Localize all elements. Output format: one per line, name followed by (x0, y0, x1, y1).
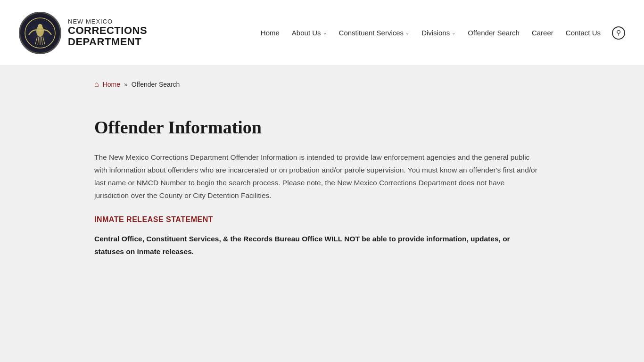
inmate-release-heading: INMATE RELEASE STATEMENT (94, 215, 550, 224)
logo-line1: NEW MEXICO (68, 18, 147, 25)
logo-line3: DEPARTMENT (68, 36, 147, 48)
nav-item-contact[interactable]: Contact Us (561, 25, 605, 41)
main-nav: Home About Us ⌄ Constituent Services ⌄ D… (256, 25, 625, 41)
nav-item-home[interactable]: Home (256, 25, 284, 41)
breadcrumb: ⌂ Home » Offender Search (94, 80, 550, 89)
nav-item-constituent[interactable]: Constituent Services ⌄ (334, 25, 414, 41)
search-icon: ⚲ (616, 29, 621, 37)
nav-offender-label: Offender Search (468, 29, 520, 37)
inmate-release-body: Central Office, Constituent Services, & … (94, 232, 537, 258)
search-button[interactable]: ⚲ (612, 26, 625, 40)
home-icon: ⌂ (94, 80, 99, 89)
nav-item-about[interactable]: About Us ⌄ (287, 25, 331, 41)
site-header: NEW MEXICO CORRECTIONS DEPARTMENT Home A… (0, 0, 644, 66)
logo-circle (19, 12, 61, 54)
nav-about-chevron: ⌄ (323, 30, 327, 35)
nav-divisions-label: Divisions (421, 29, 450, 37)
logo-line2: CORRECTIONS (68, 25, 147, 36)
nav-contact-label: Contact Us (566, 29, 601, 37)
breadcrumb-separator: » (124, 81, 128, 88)
nav-constituent-chevron: ⌄ (405, 30, 409, 35)
nav-home-label: Home (261, 29, 280, 37)
site-logo[interactable]: NEW MEXICO CORRECTIONS DEPARTMENT (19, 12, 147, 54)
logo-text-block: NEW MEXICO CORRECTIONS DEPARTMENT (68, 18, 147, 48)
nav-item-divisions[interactable]: Divisions ⌄ (417, 25, 460, 41)
nav-divisions-chevron: ⌄ (452, 30, 455, 35)
logo-emblem-svg (24, 17, 56, 49)
breadcrumb-area: ⌂ Home » Offender Search (0, 66, 644, 98)
main-content: Offender Information The New Mexico Corr… (0, 98, 644, 296)
logo-inner (20, 13, 60, 53)
intro-paragraph: The New Mexico Corrections Department Of… (94, 151, 537, 202)
nav-about-label: About Us (292, 29, 321, 37)
svg-point-2 (38, 24, 42, 29)
nav-constituent-label: Constituent Services (339, 29, 404, 37)
nav-item-career[interactable]: Career (527, 25, 558, 41)
breadcrumb-current: Offender Search (132, 81, 180, 88)
breadcrumb-home-link[interactable]: Home (103, 81, 120, 88)
page-title: Offender Information (94, 117, 550, 138)
nav-career-label: Career (532, 29, 553, 37)
nav-item-offender[interactable]: Offender Search (463, 25, 524, 41)
